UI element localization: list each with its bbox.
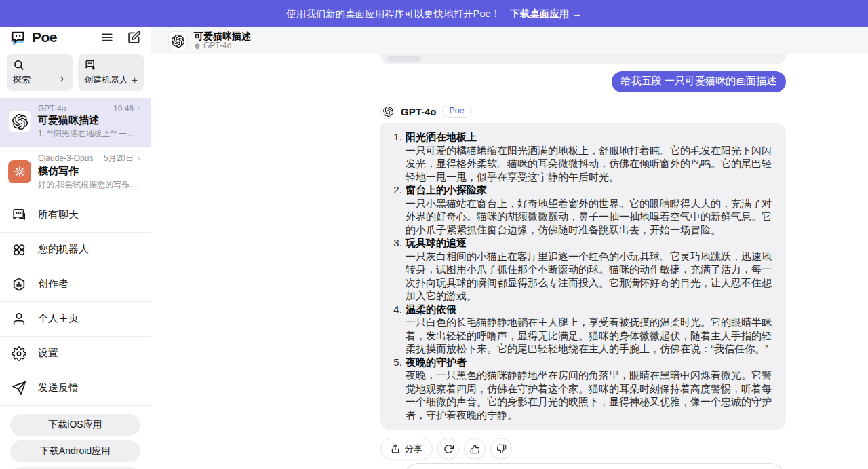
chevron-right-icon xyxy=(135,155,142,162)
item-body: 一只白色的长毛猫静静地躺在主人腿上，享受着被抚摸的温柔时光。它的眼睛半眯着，发出… xyxy=(406,316,775,356)
download-android-label: 下载Android应用 xyxy=(40,445,111,457)
header-bot-avatar xyxy=(168,31,187,50)
item-body: 一只灰白相间的小猫正在客厅里追逐一个红色的小玩具球。它灵巧地跳跃，迅速地转身，试… xyxy=(406,250,775,303)
item-title: 温柔的依偎 xyxy=(406,303,775,316)
header-bot-name: GPT-4o xyxy=(203,41,231,51)
desktop-app-banner: 使用我们新的桌面应用程序可以更快地打开Poe！ 下载桌面应用 → xyxy=(0,0,868,27)
chat-snippet: 1. **阳光洒在地板上** 一只可爱的橘... xyxy=(38,128,142,140)
message-actions: 分享 xyxy=(380,438,786,459)
previous-message-partial xyxy=(380,54,786,64)
sidebar-item-all-chats[interactable]: 所有聊天 xyxy=(0,198,151,232)
poe-logo-text: Poe xyxy=(32,29,57,45)
shield-icon xyxy=(194,43,201,50)
bot-avatar[interactable] xyxy=(380,104,395,119)
poe-logo-icon xyxy=(9,29,27,46)
create-bot-label: 创建机器人 xyxy=(84,74,128,86)
bot-message-bubble: 阳光洒在地板上 一只可爱的橘猫蜷缩在阳光洒满的地板上，舒服地打着盹。它的毛发在阳… xyxy=(380,123,786,430)
thumbs-down-button[interactable] xyxy=(490,438,512,459)
sidebar-footer: 下载iOS应用 下载Android应用 xyxy=(0,405,151,469)
chat-list: GPT-4o 10:46 可爱猫咪描述 1. **阳光洒在地板上** 一只可爱的… xyxy=(0,98,151,198)
chat-list-item-writing[interactable]: Claude-3-Opus 5月20日 模仿写作 好的,我尝试根据您的写作风格,… xyxy=(0,147,151,198)
bots-icon xyxy=(12,242,26,257)
item-body: 一只小黑猫站在窗台上，好奇地望着窗外的世界。它的眼睛瞪得大大的，充满了对外界的好… xyxy=(406,197,775,237)
download-android-button[interactable]: 下载Android应用 xyxy=(10,440,140,462)
profile-icon xyxy=(12,312,26,326)
sidebar-item-feedback[interactable]: 发送反馈 xyxy=(0,371,151,405)
sidebar: Poe 探索 创建机器人 + xyxy=(0,27,151,469)
list-item: 温柔的依偎 一只白色的长毛猫静静地躺在主人腿上，享受着被抚摸的温柔时光。它的眼睛… xyxy=(405,303,775,356)
sidebar-item-your-bots[interactable]: 您的机器人 xyxy=(0,232,151,267)
item-title: 阳光洒在地板上 xyxy=(406,130,775,144)
list-item: 阳光洒在地板上 一只可爱的橘猫蜷缩在阳光洒满的地板上，舒服地打着盹。它的毛发在阳… xyxy=(405,130,775,183)
explore-button[interactable]: 探索 xyxy=(7,54,73,91)
nav-label: 发送反馈 xyxy=(38,381,79,394)
sidebar-nav: 所有聊天 您的机器人 创作者 个人主页 设置 发送反馈 xyxy=(0,198,151,405)
openai-logo-icon xyxy=(12,114,28,130)
chat-bot-name: GPT-4o xyxy=(38,104,66,113)
chat-bot-name: Claude-3-Opus xyxy=(38,153,93,163)
share-icon xyxy=(391,444,400,453)
create-bot-icon xyxy=(84,59,96,71)
share-label: 分享 xyxy=(405,443,422,455)
chat-title: 模仿写作 xyxy=(38,165,142,178)
openai-logo-icon xyxy=(172,35,184,48)
message-scroll-area[interactable]: 给我五段 一只可爱猫咪的画面描述 GPT-4o Poe 阳光洒在地板上 一只可爱… xyxy=(151,54,868,469)
regenerate-icon xyxy=(443,444,454,454)
gear-icon xyxy=(12,346,26,361)
bot-name[interactable]: GPT-4o xyxy=(401,106,437,117)
bot-message-header: GPT-4o Poe xyxy=(380,104,786,119)
send-feedback-icon xyxy=(12,381,26,396)
download-desktop-link[interactable]: 下载桌面应用 → xyxy=(510,7,582,20)
chevron-right-icon xyxy=(135,105,142,112)
nav-label: 您的机器人 xyxy=(38,243,89,256)
new-chat-button[interactable] xyxy=(127,31,141,44)
item-body: 一只可爱的橘猫蜷缩在阳光洒满的地板上，舒服地打着盹。它的毛发在阳光下闪闪发光，显… xyxy=(406,144,775,184)
thumbs-up-icon xyxy=(470,444,480,454)
thumbs-up-button[interactable] xyxy=(464,438,486,459)
chat-list-item-cute-cat[interactable]: GPT-4o 10:46 可爱猫咪描述 1. **阳光洒在地板上** 一只可爱的… xyxy=(0,98,151,147)
sidebar-item-settings[interactable]: 设置 xyxy=(0,336,151,371)
create-bot-button[interactable]: 创建机器人 + xyxy=(78,54,144,91)
plus-symbol: + xyxy=(132,75,138,85)
chat-title: 可爱猫咪描述 xyxy=(38,114,142,127)
hamburger-icon xyxy=(100,31,114,44)
nav-label: 创作者 xyxy=(38,278,68,290)
item-title: 窗台上的小探险家 xyxy=(406,183,775,197)
chat-time: 10:46 xyxy=(113,104,134,113)
chevron-right-icon xyxy=(58,75,66,83)
previous-message-fragment xyxy=(387,56,421,62)
chat-main: 可爱猫咪描述 GPT-4o 给我五段 一只可爱猫咪的画面描述 GPT-4o Po… xyxy=(151,27,868,469)
sidebar-item-creators[interactable]: 创作者 xyxy=(0,267,151,301)
share-button[interactable]: 分享 xyxy=(380,438,433,459)
list-item: 玩具球的追逐 一只灰白相间的小猫正在客厅里追逐一个红色的小玩具球。它灵巧地跳跃，… xyxy=(405,236,775,303)
chat-snippet: 好的,我尝试根据您的写作风格,创作一... xyxy=(38,179,142,191)
user-message-bubble[interactable]: 给我五段 一只可爱猫咪的画面描述 xyxy=(612,71,786,92)
message-input-container[interactable] xyxy=(403,463,786,469)
compose-icon xyxy=(127,31,141,44)
search-icon xyxy=(13,59,24,71)
nav-label: 个人主页 xyxy=(38,312,79,325)
sidebar-header: Poe xyxy=(0,27,151,48)
download-ios-button[interactable]: 下载iOS应用 xyxy=(10,414,140,436)
regenerate-button[interactable] xyxy=(437,438,459,459)
chat-time: 5月20日 xyxy=(104,153,134,164)
list-item: 夜晚的守护者 夜晚，一只黑色的猫咪静静地坐在房间的角落里，眼睛在黑暗中闪烁着微光… xyxy=(405,356,775,422)
nav-label: 设置 xyxy=(38,347,58,360)
chat-input-row xyxy=(380,463,786,469)
nav-label: 所有聊天 xyxy=(38,208,79,221)
thumbs-down-icon xyxy=(496,444,507,454)
claude-logo-icon xyxy=(13,165,26,179)
sidebar-item-profile[interactable]: 个人主页 xyxy=(0,301,151,336)
poe-logo[interactable]: Poe xyxy=(9,29,57,46)
menu-button[interactable] xyxy=(100,31,114,44)
explore-label: 探索 xyxy=(13,74,31,86)
item-body: 夜晚，一只黑色的猫咪静静地坐在房间的角落里，眼睛在黑暗中闪烁着微光。它警觉地观察… xyxy=(406,369,775,421)
gpt4o-avatar xyxy=(8,110,31,133)
item-title: 玩具球的追逐 xyxy=(406,236,775,250)
claude-avatar xyxy=(8,160,31,183)
download-ios-label: 下载iOS应用 xyxy=(48,419,102,431)
cat-descriptions-list: 阳光洒在地板上 一只可爱的橘猫蜷缩在阳光洒满的地板上，舒服地打着盹。它的毛发在阳… xyxy=(390,130,775,421)
poe-badge[interactable]: Poe xyxy=(442,105,472,118)
item-title: 夜晚的守护者 xyxy=(406,356,775,369)
chat-header: 可爱猫咪描述 GPT-4o xyxy=(151,27,868,54)
